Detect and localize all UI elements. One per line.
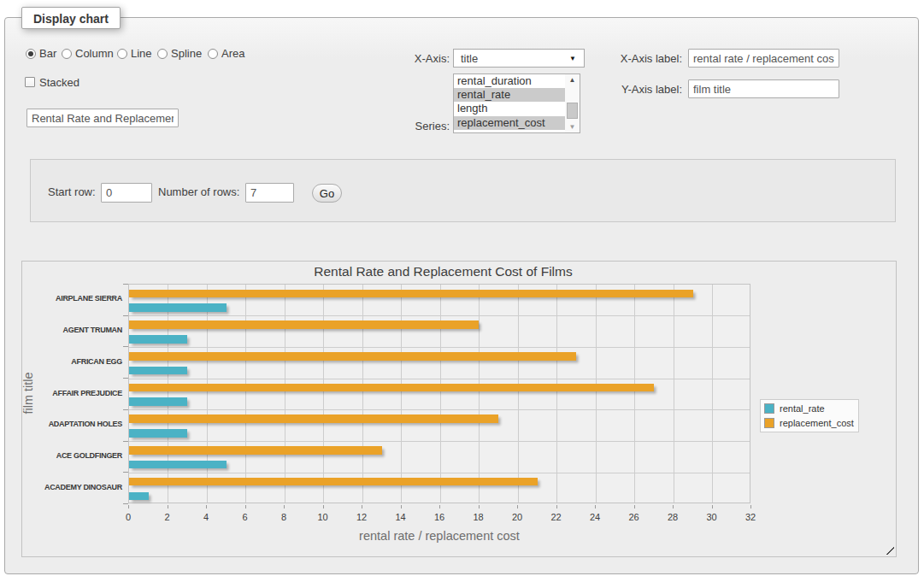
scroll-up-icon[interactable]: ▲ [565,76,580,84]
category-label: AIRPLANE SIERRA [20,294,122,303]
y-tick-mark [123,315,128,316]
stacked-checkbox[interactable] [25,77,35,87]
x-tick-mark [517,505,518,509]
gridline [556,285,557,503]
bar-rental_rate [129,303,227,312]
chart-type-radio-area[interactable]: Area [208,47,244,60]
legend-swatch-icon [764,418,774,428]
series-label: Series: [364,120,450,132]
x-tick-label: 32 [738,512,763,522]
category-label: ADAPTATION HOLES [20,420,122,428]
chart-title-input[interactable] [26,109,179,127]
x-tick-mark [245,505,246,509]
x-tick-mark [401,505,402,509]
radio-label: Column [75,47,114,60]
x-axis-title: rental rate / replacement cost [128,529,750,543]
gridline [245,285,246,503]
chart-type-radio-bar[interactable]: Bar [26,47,56,60]
x-tick-mark [595,505,596,509]
gridline [479,285,480,503]
x-tick-label: 0 [115,512,141,522]
scrollbar-thumb[interactable] [567,103,578,119]
chart-plot-area [128,284,750,503]
x-tick-label: 12 [349,512,374,522]
chart-type-radio-column[interactable]: Column [62,47,114,60]
series-listbox[interactable]: rental_durationrental_ratelengthreplacem… [453,73,580,133]
x-axis-select-value: title [461,52,478,65]
x-axis-select[interactable]: title ▼ [453,49,585,68]
y-tick-mark [123,472,128,473]
x-tick-mark [284,505,285,509]
radio-label: Area [221,47,244,60]
series-option[interactable]: rental_rate [454,88,565,102]
y-axis-label-label: Y-Axis label: [597,83,682,96]
bar-replacement_cost [129,320,479,329]
y-axis-title: film title [21,362,35,425]
gridline [440,285,441,503]
chart-legend: rental_ratereplacement_cost [760,399,859,432]
radio-label: Bar [39,47,56,60]
x-tick-mark [323,505,324,509]
listbox-scrollbar[interactable]: ▲ ▼ [565,74,580,132]
bar-replacement_cost [129,446,382,455]
start-row-label: Start row: [48,185,96,198]
series-option[interactable]: replacement_cost [454,116,565,130]
legend-row: rental_rate [764,402,854,416]
number-of-rows-label: Number of rows: [158,185,239,198]
x-axis-label-input[interactable] [688,49,839,68]
bar-replacement_cost [129,478,538,486]
x-tick-mark [556,505,557,509]
bar-replacement_cost [129,352,576,361]
x-tick-mark [712,505,713,509]
y-tick-mark [123,284,128,285]
gridline [285,285,285,503]
fieldset-legend: Display chart [21,7,121,29]
gridline [674,285,674,503]
x-tick-label: 4 [193,512,219,522]
bar-rental_rate [129,429,187,438]
gridline [129,347,750,348]
category-label: AGENT TRUMAN [20,326,122,334]
series-option[interactable]: length [454,102,565,115]
x-tick-mark [479,505,480,509]
display-chart-fieldset: Display chart BarColumnLineSplineArea St… [4,17,919,574]
bar-rental_rate [129,335,187,344]
gridline [129,441,750,442]
x-axis-label: X-Axis: [364,52,450,65]
scroll-down-icon[interactable]: ▼ [565,123,580,131]
series-option[interactable]: rental_duration [454,74,565,88]
x-tick-mark [128,505,129,509]
resize-grip-icon[interactable] [886,546,894,555]
category-label: ACADEMY DINOSAUR [20,483,122,491]
x-tick-label: 20 [504,512,530,522]
x-tick-mark [362,505,362,509]
radio-icon[interactable] [157,49,168,59]
y-tick-mark [123,441,128,442]
category-label: ACE GOLDFINGER [20,451,122,460]
y-tick-mark [123,378,128,379]
y-tick-mark [123,346,128,347]
category-label: AFFAIR PREJUDICE [20,389,122,397]
gridline [129,379,750,379]
gridline [401,285,402,503]
y-axis-label-input[interactable] [688,79,839,98]
radio-icon[interactable] [62,49,72,59]
go-button[interactable]: Go [312,184,342,203]
x-axis-label-label: X-Axis label: [597,52,682,65]
start-row-input[interactable] [101,183,152,203]
x-tick-label: 26 [621,512,647,522]
y-tick-mark [123,409,128,410]
number-of-rows-input[interactable] [245,183,294,203]
radio-icon[interactable] [208,49,218,59]
x-tick-mark [634,505,635,509]
bar-rental_rate [129,397,187,406]
radio-icon[interactable] [26,49,36,59]
bar-rental_rate [129,461,227,469]
legend-swatch-icon [764,403,774,414]
gridline [323,285,324,503]
chart-type-radio-line[interactable]: Line [117,47,152,60]
chart-type-radio-spline[interactable]: Spline [157,47,202,60]
bar-replacement_cost [129,290,693,298]
gridline [129,315,750,316]
radio-icon[interactable] [117,49,127,59]
